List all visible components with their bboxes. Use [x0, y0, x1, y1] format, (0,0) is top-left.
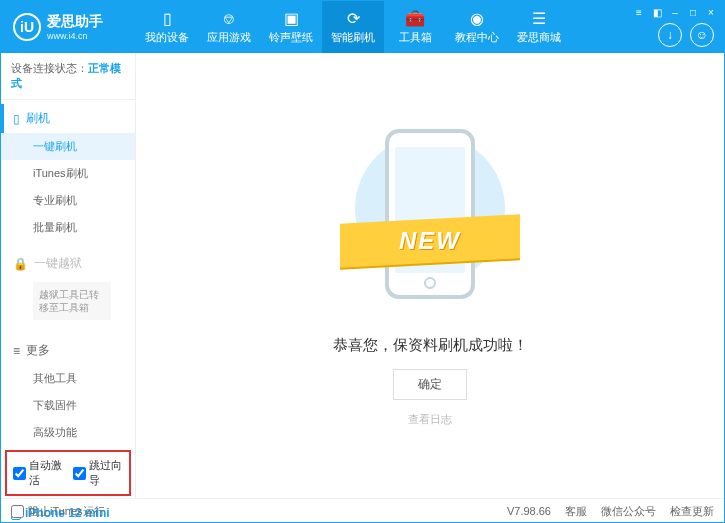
logo-icon: iU: [13, 13, 41, 41]
success-illustration: NEW: [350, 124, 510, 314]
skip-guide-checkbox[interactable]: 跳过向导: [73, 458, 123, 488]
sidebar-item-download[interactable]: 下载固件: [1, 392, 135, 419]
store-icon: ☰: [532, 9, 546, 28]
tutorial-icon: ◉: [470, 9, 484, 28]
sidebar-item-batch[interactable]: 批量刷机: [1, 214, 135, 241]
customer-service-link[interactable]: 客服: [565, 504, 587, 519]
flash-icon: ⟳: [347, 9, 360, 28]
phone-icon: ▯: [163, 9, 172, 28]
more-icon: ≡: [13, 344, 20, 358]
app-title: 爱思助手: [47, 13, 103, 31]
maximize-icon[interactable]: □: [686, 5, 700, 19]
wechat-link[interactable]: 微信公众号: [601, 504, 656, 519]
nav-apps[interactable]: ⎊应用游戏: [198, 1, 260, 53]
nav-ringtones[interactable]: ▣铃声壁纸: [260, 1, 322, 53]
download-icon[interactable]: ↓: [658, 23, 682, 47]
jailbreak-note: 越狱工具已转移至工具箱: [33, 282, 111, 320]
nav-my-device[interactable]: ▯我的设备: [136, 1, 198, 53]
close-icon[interactable]: ×: [704, 5, 718, 19]
sidebar-item-pro[interactable]: 专业刷机: [1, 187, 135, 214]
success-message: 恭喜您，保资料刷机成功啦！: [333, 336, 528, 355]
user-icon[interactable]: ☺: [690, 23, 714, 47]
apps-icon: ⎊: [224, 10, 234, 28]
phone-icon: ▯: [13, 112, 20, 126]
auto-activate-checkbox[interactable]: 自动激活: [13, 458, 63, 488]
nav-tutorial[interactable]: ◉教程中心: [446, 1, 508, 53]
nav-flash[interactable]: ⟳智能刷机: [322, 1, 384, 53]
view-log-link[interactable]: 查看日志: [408, 412, 452, 427]
sidebar-item-oneclick[interactable]: 一键刷机: [1, 133, 135, 160]
header: iU 爱思助手 www.i4.cn ▯我的设备 ⎊应用游戏 ▣铃声壁纸 ⟳智能刷…: [1, 1, 724, 53]
main-content: NEW 恭喜您，保资料刷机成功啦！ 确定 查看日志: [136, 53, 724, 498]
sidebar-item-itunes[interactable]: iTunes刷机: [1, 160, 135, 187]
main-nav: ▯我的设备 ⎊应用游戏 ▣铃声壁纸 ⟳智能刷机 🧰工具箱 ◉教程中心 ☰爱思商城: [136, 1, 626, 53]
minimize-icon[interactable]: –: [668, 5, 682, 19]
skin-icon[interactable]: ◧: [650, 5, 664, 19]
block-itunes-checkbox[interactable]: 阻止iTunes运行: [11, 504, 105, 519]
sidebar-item-advanced[interactable]: 高级功能: [1, 419, 135, 446]
app-url: www.i4.cn: [47, 31, 103, 41]
sidebar-item-other[interactable]: 其他工具: [1, 365, 135, 392]
check-update-link[interactable]: 检查更新: [670, 504, 714, 519]
wallpaper-icon: ▣: [284, 9, 299, 28]
lock-icon: 🔒: [13, 257, 28, 271]
checkbox-highlight-box: 自动激活 跳过向导: [5, 450, 131, 496]
toolbox-icon: 🧰: [405, 9, 425, 28]
menu-icon[interactable]: ≡: [632, 5, 646, 19]
connection-status: 设备连接状态：正常模式: [1, 53, 135, 100]
sidebar-jailbreak-header[interactable]: 🔒 一键越狱: [1, 249, 135, 278]
sidebar: 设备连接状态：正常模式 ▯ 刷机 一键刷机 iTunes刷机 专业刷机 批量刷机…: [1, 53, 136, 498]
confirm-button[interactable]: 确定: [393, 369, 467, 400]
new-ribbon: NEW: [340, 214, 520, 267]
nav-store[interactable]: ☰爱思商城: [508, 1, 570, 53]
version-label: V7.98.66: [507, 505, 551, 517]
titlebar-controls: ≡ ◧ – □ ×: [626, 1, 724, 23]
logo: iU 爱思助手 www.i4.cn: [1, 1, 136, 53]
nav-toolbox[interactable]: 🧰工具箱: [384, 1, 446, 53]
sidebar-more-header[interactable]: ≡ 更多: [1, 336, 135, 365]
sidebar-flash-header[interactable]: ▯ 刷机: [1, 104, 135, 133]
